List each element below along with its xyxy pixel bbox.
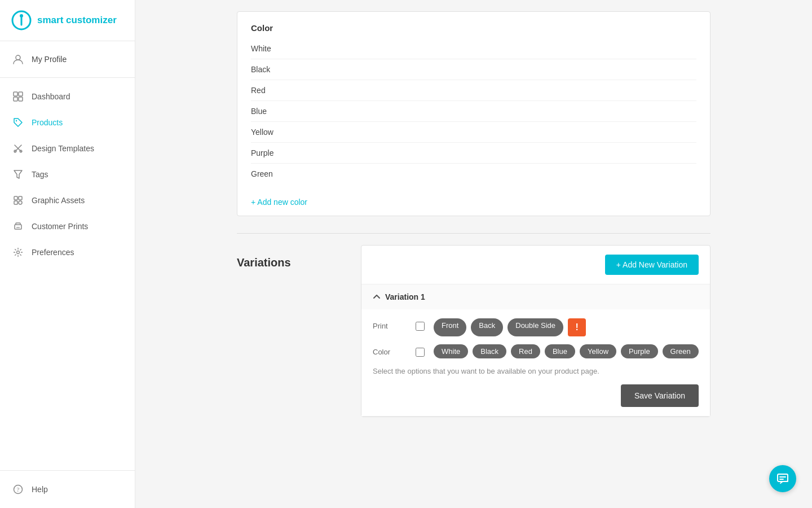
- sidebar-item-design-templates[interactable]: Design Templates: [0, 135, 135, 161]
- print-tags: Front Back Double Side !: [434, 318, 586, 336]
- svg-rect-5: [19, 92, 23, 96]
- variation-hint: Select the options that you want to be a…: [373, 367, 699, 375]
- color-row: Color White Black Red Blue Yellow Purple: [373, 344, 699, 359]
- add-variation-button[interactable]: + Add New Variation: [605, 255, 699, 275]
- sidebar-item-label: Customer Prints: [32, 222, 88, 231]
- sidebar-item-label: Products: [32, 118, 63, 127]
- color-section-title: Color: [237, 12, 710, 38]
- print-checkbox-wrap[interactable]: [416, 318, 425, 333]
- svg-rect-14: [14, 196, 17, 200]
- print-tag-double-side[interactable]: Double Side: [508, 318, 563, 336]
- chat-icon: [776, 472, 789, 485]
- list-item: Purple: [251, 143, 696, 164]
- variations-section: Variations + Add New Variation Variation…: [237, 245, 710, 417]
- color-row-label: Color: [373, 344, 407, 356]
- section-divider: [237, 233, 710, 234]
- sidebar-item-label: Design Templates: [32, 144, 94, 153]
- variation-1-header[interactable]: Variation 1: [361, 284, 710, 309]
- filter-icon: [12, 169, 24, 180]
- sidebar-item-products[interactable]: Products: [0, 110, 135, 135]
- sidebar-item-label: Tags: [32, 170, 48, 179]
- color-tag-green[interactable]: Green: [663, 344, 699, 358]
- gear-icon: [12, 247, 24, 258]
- profile-icon: [11, 52, 25, 66]
- color-list: White Black Red Blue Yellow Purple Green: [237, 38, 710, 193]
- sidebar-item-graphic-assets[interactable]: Graphic Assets: [0, 187, 135, 213]
- prints-icon: [12, 221, 24, 232]
- color-tag-white[interactable]: White: [434, 344, 468, 358]
- sidebar-item-tags[interactable]: Tags: [0, 161, 135, 187]
- main-nav: Dashboard Products Design Te: [0, 78, 135, 470]
- sidebar-item-customer-prints[interactable]: Customer Prints: [0, 213, 135, 239]
- print-tag-back[interactable]: Back: [471, 318, 503, 336]
- variation-1-body: Print Front Back Double Side !: [361, 309, 710, 416]
- color-tag-black[interactable]: Black: [473, 344, 506, 358]
- sidebar-item-label: Help: [32, 485, 48, 494]
- svg-point-20: [17, 251, 20, 254]
- svg-point-8: [16, 120, 17, 121]
- variations-content: + Add New Variation Variation 1 Print: [361, 245, 710, 417]
- sidebar-item-preferences[interactable]: Preferences: [0, 239, 135, 265]
- svg-rect-16: [14, 201, 17, 204]
- help-icon: ?: [12, 484, 24, 495]
- color-checkbox[interactable]: [416, 348, 425, 357]
- svg-point-3: [16, 55, 20, 60]
- color-tag-red[interactable]: Red: [511, 344, 540, 358]
- svg-rect-15: [19, 196, 22, 200]
- sidebar-item-help[interactable]: ? Help: [0, 476, 135, 502]
- print-label: Print: [373, 318, 407, 330]
- print-row: Print Front Back Double Side !: [373, 318, 699, 336]
- color-tag-blue[interactable]: Blue: [545, 344, 575, 358]
- list-item: Red: [251, 80, 696, 101]
- variations-top-bar: + Add New Variation: [361, 246, 710, 284]
- assets-icon: [12, 195, 24, 206]
- chevron-up-icon: [373, 293, 381, 301]
- svg-point-17: [19, 201, 22, 204]
- variations-label: Variations: [237, 245, 361, 417]
- print-tag-front[interactable]: Front: [434, 318, 466, 336]
- tag-icon: [12, 117, 24, 128]
- sidebar-item-dashboard[interactable]: Dashboard: [0, 84, 135, 110]
- list-item: White: [251, 38, 696, 59]
- list-item: Green: [251, 164, 696, 184]
- app-name: smart customizer: [37, 15, 117, 26]
- profile-name: My Profile: [32, 55, 67, 64]
- print-checkbox[interactable]: [416, 322, 425, 331]
- color-tag-purple[interactable]: Purple: [621, 344, 658, 358]
- sidebar-item-label: Dashboard: [32, 92, 70, 101]
- svg-rect-23: [778, 474, 788, 481]
- sidebar-item-label: Preferences: [32, 248, 74, 257]
- add-color-link[interactable]: + Add new color: [237, 193, 321, 216]
- scissors-icon: [12, 143, 24, 154]
- variation-1: Variation 1 Print Front Back: [361, 284, 710, 417]
- color-section: Color White Black Red Blue Yellow Purple…: [237, 11, 710, 216]
- main-content: Color White Black Red Blue Yellow Purple…: [135, 0, 812, 508]
- variations-title: Variations: [237, 256, 355, 269]
- variation-1-title: Variation 1: [385, 292, 425, 301]
- grid-icon: [12, 91, 24, 102]
- chat-bubble[interactable]: [769, 465, 796, 492]
- print-alert-button[interactable]: !: [568, 318, 586, 336]
- list-item: Blue: [251, 101, 696, 122]
- svg-rect-18: [15, 225, 21, 229]
- logo-icon: [11, 10, 32, 30]
- list-item: Black: [251, 59, 696, 80]
- svg-rect-4: [14, 92, 17, 96]
- sidebar-item-label: Graphic Assets: [32, 196, 85, 205]
- color-tags: White Black Red Blue Yellow Purple Green: [434, 344, 699, 358]
- color-tag-yellow[interactable]: Yellow: [580, 344, 616, 358]
- svg-text:?: ?: [17, 486, 20, 493]
- svg-marker-13: [14, 170, 22, 178]
- logo-area: smart customizer: [0, 0, 135, 41]
- svg-rect-6: [14, 97, 17, 101]
- svg-rect-7: [19, 97, 23, 101]
- help-section: ? Help: [0, 470, 135, 508]
- save-variation-button[interactable]: Save Variation: [621, 384, 699, 407]
- list-item: Yellow: [251, 122, 696, 143]
- profile-section[interactable]: My Profile: [0, 41, 135, 78]
- color-checkbox-wrap[interactable]: [416, 344, 425, 359]
- sidebar: smart customizer My Profile Dashboard: [0, 0, 135, 508]
